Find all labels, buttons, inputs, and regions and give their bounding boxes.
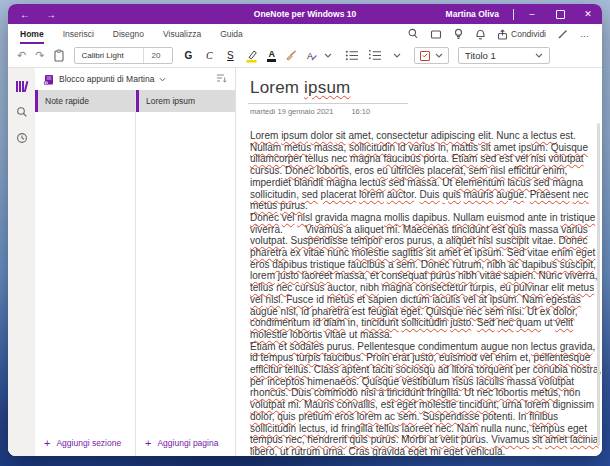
highlighter-button[interactable] bbox=[245, 49, 258, 63]
plus-icon: + bbox=[145, 438, 151, 449]
page-title-field[interactable]: Lorem ipsum bbox=[248, 78, 408, 104]
onenote-window: ← → OneNote per Windows 10 Martina Oliva… bbox=[8, 4, 602, 456]
font-options-button[interactable]: A bbox=[307, 51, 313, 61]
close-button[interactable]: ✕ bbox=[574, 4, 602, 24]
redo-icon[interactable]: ↷ bbox=[35, 49, 44, 62]
page-date-row: martedì 19 gennaio 2021 16:10 bbox=[248, 107, 586, 116]
notebook-chevron-icon bbox=[159, 77, 166, 82]
maximize-button[interactable] bbox=[546, 4, 574, 24]
style-select[interactable]: Titolo 1 bbox=[458, 47, 550, 64]
navigation-rail bbox=[8, 68, 35, 456]
tab-disegno[interactable]: Disegno bbox=[113, 24, 144, 44]
page-time: 16:10 bbox=[351, 107, 370, 116]
tab-guida[interactable]: Guida bbox=[220, 24, 243, 44]
italic-button[interactable]: C bbox=[203, 50, 215, 61]
mini-pen-icon bbox=[311, 54, 318, 61]
font-color-button[interactable]: A bbox=[267, 50, 276, 62]
add-page-label: Aggiungi pagina bbox=[157, 438, 218, 448]
lasso-select-icon[interactable] bbox=[407, 28, 419, 40]
style-selected-label: Titolo 1 bbox=[465, 50, 496, 61]
ribbon-tab-bar: Home Inserisci Disegno Visualizza Guida … bbox=[8, 24, 602, 44]
note-body[interactable]: Lorem ipsum dolor sit amet, consectetur … bbox=[248, 130, 602, 456]
share-button[interactable]: Condividi bbox=[497, 29, 546, 40]
draw-pen-icon[interactable] bbox=[557, 28, 569, 40]
numbered-list-button[interactable] bbox=[368, 50, 382, 61]
scrollbar-thumb[interactable] bbox=[597, 123, 600, 446]
format-painter-icon[interactable] bbox=[285, 49, 298, 62]
forward-icon[interactable]: → bbox=[46, 9, 56, 20]
page-name: Lorem ipsum bbox=[139, 96, 195, 106]
account-name[interactable]: Martina Oliva bbox=[446, 9, 499, 19]
tab-home[interactable]: Home bbox=[20, 24, 44, 44]
maximize-icon bbox=[556, 10, 565, 19]
formatting-chevron-icon[interactable] bbox=[324, 53, 332, 58]
add-section-button[interactable]: + Aggiungi sezione bbox=[35, 430, 135, 456]
todo-tag-select[interactable] bbox=[414, 47, 449, 64]
page-item-lorem-ipsum[interactable]: Lorem ipsum bbox=[136, 90, 235, 112]
tag-chevron-icon bbox=[435, 53, 443, 58]
sections-column: Note rapide + Aggiungi sezione bbox=[35, 90, 136, 456]
notebook-selector[interactable]: Blocco appunti di Martina bbox=[35, 68, 235, 90]
tab-visualizza[interactable]: Visualizza bbox=[163, 24, 201, 44]
paste-icon[interactable] bbox=[53, 49, 65, 62]
underline-button[interactable]: S bbox=[224, 50, 236, 61]
bullet-list-button[interactable] bbox=[345, 50, 359, 61]
content-area: Blocco appunti di Martina Note rapide + bbox=[8, 68, 602, 456]
pages-column: Lorem ipsum + Aggiungi pagina bbox=[136, 90, 235, 456]
plus-icon: + bbox=[44, 438, 50, 449]
notebook-icon bbox=[43, 74, 54, 85]
add-section-label: Aggiungi sezione bbox=[56, 438, 121, 448]
share-icon bbox=[497, 29, 508, 40]
screen-clipping-icon[interactable] bbox=[430, 29, 442, 40]
section-name: Note rapide bbox=[38, 96, 89, 106]
list-chevron-icon[interactable] bbox=[393, 53, 401, 58]
font-size-select[interactable]: 20 bbox=[144, 51, 172, 60]
back-icon[interactable]: ← bbox=[20, 9, 30, 20]
todo-checkbox-icon bbox=[420, 51, 430, 61]
add-page-button[interactable]: + Aggiungi pagina bbox=[136, 430, 235, 456]
font-name-select[interactable]: Calibri Light bbox=[75, 51, 143, 60]
titlebar-divider bbox=[513, 9, 514, 20]
page-date: martedì 19 gennaio 2021 bbox=[250, 107, 333, 116]
share-label: Condividi bbox=[511, 29, 546, 39]
notebooks-icon[interactable] bbox=[8, 73, 35, 99]
section-item-note-rapide[interactable]: Note rapide bbox=[35, 90, 135, 112]
more-options-icon[interactable]: … bbox=[580, 29, 590, 39]
note-editor[interactable]: Lorem ipsum martedì 19 gennaio 2021 16:1… bbox=[236, 68, 602, 456]
page-title: Lorem ipsum bbox=[250, 78, 402, 98]
lightbulb-icon[interactable] bbox=[453, 28, 464, 40]
tab-inserisci[interactable]: Inserisci bbox=[63, 24, 94, 44]
minimize-button[interactable]: – bbox=[518, 4, 546, 24]
sort-icon[interactable] bbox=[215, 73, 227, 86]
formatting-toolbar: ↶ ↷ Calibri Light 20 G C S A A bbox=[8, 44, 602, 68]
notebook-name: Blocco appunti di Martina bbox=[59, 74, 154, 84]
notebook-panel: Blocco appunti di Martina Note rapide + bbox=[35, 68, 236, 456]
undo-icon[interactable]: ↶ bbox=[17, 49, 26, 62]
search-icon[interactable] bbox=[8, 99, 35, 125]
font-controls: Calibri Light 20 bbox=[74, 47, 173, 64]
recent-notes-icon[interactable] bbox=[8, 125, 35, 151]
notifications-bell-icon[interactable] bbox=[475, 28, 486, 40]
bold-button[interactable]: G bbox=[182, 50, 194, 61]
title-bar: ← → OneNote per Windows 10 Martina Oliva… bbox=[8, 4, 602, 24]
style-chevron-icon bbox=[535, 53, 543, 58]
